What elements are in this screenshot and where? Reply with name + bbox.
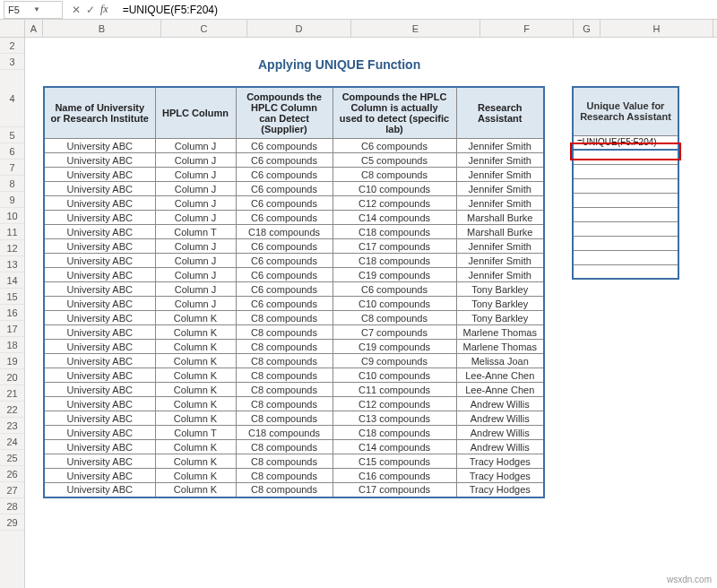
cell[interactable]: Andrew Willis xyxy=(456,440,544,454)
cell[interactable]: C10 compounds xyxy=(333,297,456,311)
cell[interactable]: C6 compounds xyxy=(236,282,333,297)
cell[interactable]: C6 compounds xyxy=(236,153,333,168)
col-header-g[interactable]: G xyxy=(574,20,600,37)
cell[interactable]: C8 compounds xyxy=(236,397,333,411)
cell[interactable]: University ABC xyxy=(44,225,155,239)
cell[interactable]: Column J xyxy=(155,153,236,168)
fx-icon[interactable]: fx xyxy=(100,3,108,16)
cell[interactable]: Marlene Thomas xyxy=(456,325,544,340)
row-header-26[interactable]: 26 xyxy=(0,466,24,482)
cell[interactable]: C6 compounds xyxy=(236,211,333,225)
sheet[interactable]: Applying UNIQUE Function Name of Univers… xyxy=(25,38,717,588)
cell[interactable]: Marshall Burke xyxy=(456,225,544,239)
table-row[interactable]: University ABCColumn JC6 compoundsC17 co… xyxy=(44,239,544,254)
formula-input[interactable] xyxy=(119,1,717,19)
cell[interactable]: C8 compounds xyxy=(236,340,333,354)
cell[interactable]: Column J xyxy=(155,168,236,182)
cell[interactable]: University ABC xyxy=(44,196,155,211)
unique-cell[interactable] xyxy=(573,264,678,279)
row-header-13[interactable]: 13 xyxy=(0,256,24,272)
cell[interactable]: C6 compounds xyxy=(236,139,333,153)
cell[interactable]: University ABC xyxy=(44,282,155,297)
table-row[interactable]: University ABCColumn JC6 compoundsC10 co… xyxy=(44,182,544,196)
enter-icon[interactable]: ✓ xyxy=(86,4,95,16)
table-row[interactable]: University ABCColumn KC8 compoundsC16 co… xyxy=(44,469,544,483)
cell[interactable]: Column J xyxy=(155,239,236,254)
cell[interactable]: C6 compounds xyxy=(236,182,333,196)
cell[interactable]: C8 compounds xyxy=(333,311,456,325)
table-row[interactable]: University ABCColumn JC6 compoundsC12 co… xyxy=(44,196,544,211)
cell[interactable]: Column K xyxy=(155,440,236,454)
cell[interactable]: C17 compounds xyxy=(333,239,456,254)
row-header-12[interactable]: 12 xyxy=(0,240,24,256)
cell[interactable]: Column J xyxy=(155,211,236,225)
cell[interactable]: Column K xyxy=(155,354,236,368)
cell[interactable]: Column J xyxy=(155,297,236,311)
unique-cell[interactable] xyxy=(573,236,678,250)
cell[interactable]: Jennifer Smith xyxy=(456,139,544,153)
cell[interactable]: C6 compounds xyxy=(236,297,333,311)
cell[interactable]: Jennifer Smith xyxy=(456,239,544,254)
cell[interactable]: Lee-Anne Chen xyxy=(456,383,544,397)
table-row[interactable]: University ABCColumn KC8 compoundsC12 co… xyxy=(44,397,544,411)
cell[interactable]: C11 compounds xyxy=(333,383,456,397)
cell[interactable]: C18 compounds xyxy=(333,254,456,268)
row-header-17[interactable]: 17 xyxy=(0,321,24,337)
cell[interactable]: University ABC xyxy=(44,182,155,196)
table-row[interactable]: University ABCColumn TC18 compoundsC18 c… xyxy=(44,426,544,440)
row-header-2[interactable]: 2 xyxy=(0,38,24,54)
cell[interactable]: Jennifer Smith xyxy=(456,153,544,168)
cell[interactable]: C16 compounds xyxy=(333,469,456,483)
table-row[interactable]: University ABCColumn JC6 compoundsC10 co… xyxy=(44,297,544,311)
cell[interactable]: Column K xyxy=(155,325,236,340)
row-header-11[interactable]: 11 xyxy=(0,224,24,240)
cell[interactable]: C6 compounds xyxy=(333,139,456,153)
cell[interactable]: C8 compounds xyxy=(236,368,333,383)
cell[interactable]: Column K xyxy=(155,340,236,354)
cell[interactable]: University ABC xyxy=(44,311,155,325)
row-header-9[interactable]: 9 xyxy=(0,192,24,208)
cell[interactable]: Column K xyxy=(155,469,236,483)
cell[interactable]: C8 compounds xyxy=(236,469,333,483)
cell[interactable]: Jennifer Smith xyxy=(456,254,544,268)
cell[interactable]: Column J xyxy=(155,139,236,153)
cell[interactable]: Column T xyxy=(155,225,236,239)
cell[interactable]: Andrew Willis xyxy=(456,397,544,411)
cell[interactable]: Column J xyxy=(155,182,236,196)
cell[interactable]: Tracy Hodges xyxy=(456,469,544,483)
table-row[interactable]: University ABCColumn KC8 compoundsC11 co… xyxy=(44,383,544,397)
cancel-icon[interactable]: ✕ xyxy=(72,4,81,16)
cell[interactable]: C14 compounds xyxy=(333,440,456,454)
cell[interactable]: Melissa Joan xyxy=(456,354,544,368)
cell[interactable]: C18 compounds xyxy=(236,426,333,440)
select-all-corner[interactable] xyxy=(0,20,25,37)
cell[interactable]: University ABC xyxy=(44,440,155,454)
cell[interactable]: Tony Barkley xyxy=(456,282,544,297)
cell[interactable]: University ABC xyxy=(44,254,155,268)
cell[interactable]: C8 compounds xyxy=(236,383,333,397)
cell[interactable]: University ABC xyxy=(44,411,155,426)
cell[interactable]: C8 compounds xyxy=(236,411,333,426)
cell[interactable]: C8 compounds xyxy=(236,325,333,340)
cell[interactable]: C18 compounds xyxy=(333,426,456,440)
cell[interactable]: University ABC xyxy=(44,469,155,483)
cell[interactable]: Andrew Willis xyxy=(456,411,544,426)
cell[interactable]: University ABC xyxy=(44,454,155,469)
cell[interactable]: Tony Barkley xyxy=(456,297,544,311)
cell[interactable]: University ABC xyxy=(44,297,155,311)
table-row[interactable]: University ABCColumn KC8 compoundsC13 co… xyxy=(44,411,544,426)
cell[interactable]: C8 compounds xyxy=(236,440,333,454)
cell[interactable]: University ABC xyxy=(44,211,155,225)
cell[interactable]: C8 compounds xyxy=(333,168,456,182)
unique-cell[interactable] xyxy=(573,250,678,264)
cell[interactable]: University ABC xyxy=(44,354,155,368)
row-header-25[interactable]: 25 xyxy=(0,450,24,466)
cell[interactable]: Column K xyxy=(155,383,236,397)
cell[interactable]: University ABC xyxy=(44,325,155,340)
row-header-15[interactable]: 15 xyxy=(0,289,24,305)
cell[interactable]: Column K xyxy=(155,411,236,426)
col-header-f[interactable]: F xyxy=(480,20,574,37)
row-header-3[interactable]: 3 xyxy=(0,54,24,70)
cell[interactable]: Andrew Willis xyxy=(456,426,544,440)
cell[interactable]: Jennifer Smith xyxy=(456,182,544,196)
